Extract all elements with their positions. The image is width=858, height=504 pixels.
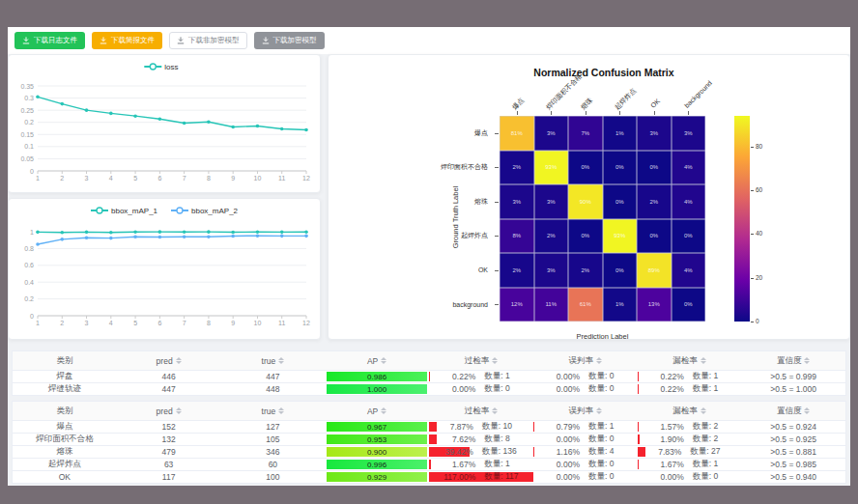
download-report-button[interactable]: 下载简报文件 <box>92 32 162 49</box>
over-qty: 数量: 10 <box>482 421 512 433</box>
sort-icon[interactable] <box>701 407 706 414</box>
colorbar-tick-label: 40 <box>756 230 762 237</box>
sort-icon[interactable] <box>596 357 602 364</box>
col-header-pred[interactable]: pred <box>117 402 221 420</box>
sort-icon[interactable] <box>278 407 284 414</box>
svg-text:0.2: 0.2 <box>24 295 34 302</box>
colorbar-tick-label: 60 <box>756 186 762 193</box>
sort-icon[interactable] <box>701 357 706 364</box>
data-point <box>231 235 235 238</box>
miss-qty: 数量: 2 <box>693 434 718 445</box>
data-point <box>183 230 186 234</box>
col-header-category: 类别 <box>13 351 117 370</box>
svg-text:3: 3 <box>85 175 89 182</box>
col-header-miss-rate[interactable]: 漏检率 <box>638 351 742 370</box>
dashboard: 下载日志文件下载简报文件下载非加密模型下载加密模型 00.050.10.150.… <box>8 27 850 486</box>
ap-value: 0.929 <box>367 473 386 482</box>
y-axis-label: Ground Truth Label <box>451 159 461 275</box>
confusion-matrix-title: Normalized Confusion Matrix <box>473 67 734 78</box>
cell-confidence: >0.5 = 0.925 <box>741 434 845 445</box>
data-point <box>207 120 211 124</box>
cell-true: 346 <box>221 446 326 458</box>
data-point <box>85 108 89 112</box>
download-log-button[interactable]: 下载日志文件 <box>14 32 85 49</box>
svg-text:3: 3 <box>85 320 89 326</box>
svg-text:5: 5 <box>133 175 137 182</box>
mis-pct: 0.00% <box>557 384 580 394</box>
cell-miss: 1.90%数量: 2 <box>638 434 742 445</box>
cm-cell: 0% <box>637 219 672 254</box>
sort-icon[interactable] <box>278 357 284 364</box>
col-header-label: 过检率 <box>465 406 490 417</box>
cell-over: 0.00%数量: 0 <box>429 383 533 395</box>
mis-pct: 0.00% <box>557 472 580 482</box>
svg-text:2: 2 <box>60 175 64 182</box>
sort-icon[interactable] <box>176 407 182 414</box>
data-point <box>36 242 40 246</box>
col-header-confidence[interactable]: 置信度 <box>741 402 845 420</box>
colorbar-tick-label: 80 <box>756 143 762 150</box>
legend-item-loss[interactable]: loss <box>144 63 178 71</box>
col-header-ap[interactable]: AP <box>325 351 429 370</box>
sort-icon[interactable] <box>176 357 182 364</box>
colorbar-tick-label: 0 <box>756 318 759 324</box>
ap-value: 0.996 <box>367 461 386 469</box>
table-header-row: 类别predtrueAP过检率误判率漏检率置信度 <box>13 351 845 370</box>
cell-true: 60 <box>221 459 326 470</box>
col-header-confidence[interactable]: 置信度 <box>741 351 845 370</box>
download-icon <box>177 37 185 44</box>
sort-icon[interactable] <box>804 357 810 364</box>
colorbar-tick <box>751 322 754 322</box>
download-unencrypted-model-button[interactable]: 下载非加密模型 <box>169 32 247 49</box>
axis-tick <box>495 270 499 271</box>
miss-bar <box>638 447 645 457</box>
cell-confidence: >0.5 = 0.940 <box>741 471 845 483</box>
cm-cell: 11% <box>534 288 569 322</box>
col-header-miss-rate[interactable]: 漏检率 <box>638 402 742 420</box>
col-header-ap[interactable]: AP <box>325 402 429 420</box>
svg-text:1: 1 <box>30 229 34 236</box>
table-row: 焊盘4464470.9860.22%数量: 10.00%数量: 00.22%数量… <box>13 370 845 382</box>
table-row: 焊印面积不合格1321050.9537.62%数量: 80.00%数量: 01.… <box>13 433 845 445</box>
table-row: 熔珠4793460.90039.42%数量: 1361.16%数量: 47.83… <box>13 445 845 458</box>
ap-bar: 0.953 <box>327 434 426 444</box>
col-header-over-rate[interactable]: 过检率 <box>429 351 533 370</box>
button-label: 下载日志文件 <box>34 37 77 44</box>
sort-icon[interactable] <box>381 407 386 414</box>
cm-cell: 2% <box>568 253 603 288</box>
table-row: 焊缝轨迹4474481.0000.00%数量: 00.00%数量: 00.22%… <box>13 382 845 395</box>
col-header-true[interactable]: true <box>221 402 326 420</box>
sort-icon[interactable] <box>381 357 386 364</box>
sort-icon[interactable] <box>596 407 602 414</box>
mis-qty: 数量: 0 <box>588 471 614 483</box>
cm-cell: 3% <box>500 184 534 219</box>
col-header-misjudge-rate[interactable]: 误判率 <box>533 402 638 420</box>
legend-item-bbox_mAP_2[interactable]: bbox_mAP_2 <box>171 207 239 215</box>
col-header-misjudge-rate[interactable]: 误判率 <box>533 351 638 370</box>
legend-item-bbox_mAP_1[interactable]: bbox_mAP_1 <box>91 207 158 215</box>
colorbar-tick <box>751 147 754 148</box>
cm-col-label: background <box>683 79 713 109</box>
svg-text:12: 12 <box>302 175 310 182</box>
miss-qty: 数量: 1 <box>693 383 718 395</box>
col-header-true[interactable]: true <box>221 351 326 370</box>
download-icon <box>22 37 30 44</box>
loss-chart: 00.050.10.150.20.250.30.3512345678910111… <box>9 55 320 192</box>
col-header-pred[interactable]: pred <box>117 351 221 370</box>
col-header-over-rate[interactable]: 过检率 <box>429 402 533 420</box>
miss-pct: 0.22% <box>661 384 684 394</box>
sort-icon[interactable] <box>492 407 498 414</box>
sort-icon[interactable] <box>804 407 810 414</box>
cell-category: 熔珠 <box>13 446 117 458</box>
miss-qty: 数量: 2 <box>693 421 718 433</box>
miss-pct: 7.83% <box>658 447 681 457</box>
miss-pct: 1.57% <box>661 422 684 432</box>
svg-text:0.8: 0.8 <box>24 245 34 252</box>
over-bar <box>429 422 437 432</box>
data-point <box>60 238 64 241</box>
data-point <box>280 231 284 235</box>
cell-over: 7.62%数量: 8 <box>429 434 533 445</box>
sort-icon[interactable] <box>492 357 498 364</box>
metrics-tables: 类别predtrueAP过检率误判率漏检率置信度焊盘4464470.9860.2… <box>12 350 846 486</box>
download-encrypted-model-button[interactable]: 下载加密模型 <box>254 32 325 49</box>
